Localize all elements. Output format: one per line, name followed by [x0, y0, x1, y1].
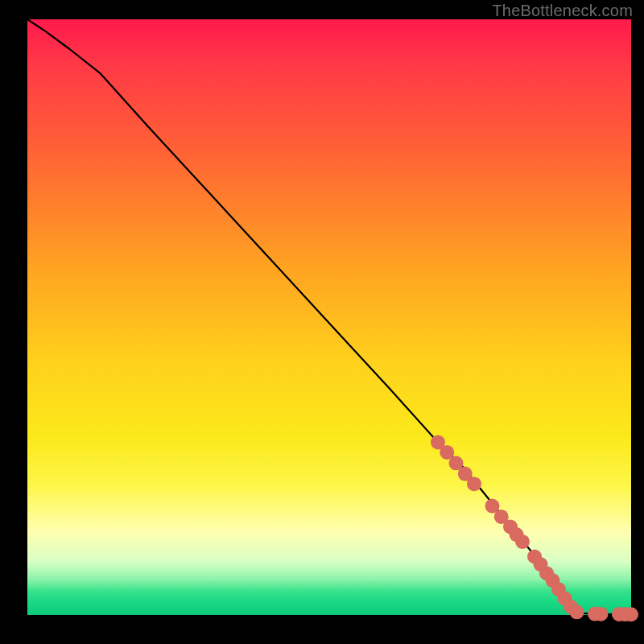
chart-stage: TheBottleneck.com	[0, 0, 644, 644]
data-markers	[431, 435, 638, 621]
data-marker	[594, 607, 609, 621]
curve-layer	[27, 19, 631, 615]
plot-area	[27, 19, 631, 615]
attribution-label: TheBottleneck.com	[492, 2, 633, 20]
data-marker	[467, 477, 481, 491]
curve-line	[27, 19, 631, 614]
data-marker	[515, 535, 530, 549]
data-marker	[570, 605, 584, 619]
data-marker	[624, 607, 638, 621]
